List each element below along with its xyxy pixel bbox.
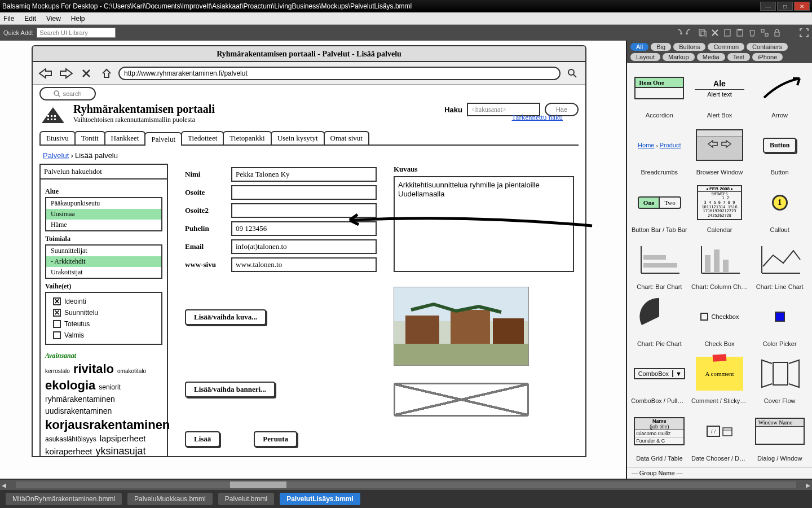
menu-file[interactable]: File bbox=[3, 15, 14, 23]
tag[interactable]: ryhmärakentaminen bbox=[45, 394, 115, 404]
clipboard-icon[interactable] bbox=[735, 28, 744, 37]
library-item[interactable]: Chart: Column Chart bbox=[691, 238, 749, 292]
library-item[interactable]: Color Picker bbox=[751, 295, 809, 349]
library-item[interactable]: Item OneAccordion bbox=[630, 67, 689, 120]
vaihe-item-2[interactable]: Toteutus bbox=[48, 319, 159, 329]
toimiala-item-2[interactable]: Urakoitsijat bbox=[46, 267, 161, 278]
checkbox-icon[interactable] bbox=[53, 331, 61, 339]
tab-omat[interactable]: Omat sivut bbox=[324, 131, 369, 144]
library-item[interactable]: Name(job title)Giacomo GuilizFounder & C… bbox=[630, 410, 689, 463]
minimize-button[interactable]: ― bbox=[760, 2, 776, 11]
library-item[interactable]: Window NameDialog / Window bbox=[751, 410, 809, 463]
checkbox-icon[interactable] bbox=[53, 320, 61, 328]
quick-add-input[interactable] bbox=[37, 28, 116, 38]
tab-usein[interactable]: Usein kysytyt bbox=[271, 131, 325, 144]
maximize-button[interactable]: □ bbox=[777, 2, 793, 11]
toimiala-item-1[interactable]: - Arkkitehdit bbox=[46, 256, 161, 267]
tab-tiedotteet[interactable]: Tiedotteet bbox=[181, 131, 224, 144]
library-item[interactable]: ButtonButton bbox=[751, 124, 809, 177]
lib-category-tab[interactable]: All bbox=[630, 43, 648, 51]
tab-tontit[interactable]: Tontit bbox=[74, 131, 105, 144]
tag[interactable]: seniorit bbox=[99, 383, 121, 392]
lib-category-tab[interactable]: Markup bbox=[663, 53, 695, 61]
osoite2-input[interactable] bbox=[231, 203, 377, 218]
puhelin-input[interactable] bbox=[231, 221, 377, 236]
checkbox-icon[interactable]: ✕ bbox=[53, 297, 61, 305]
lib-category-tab[interactable]: Big bbox=[651, 43, 671, 51]
breadcrumb-link[interactable]: Palvelut bbox=[43, 151, 69, 160]
tag[interactable]: kerrostalo bbox=[45, 367, 70, 375]
library-item[interactable]: / /Date Chooser / Dat… bbox=[691, 410, 749, 463]
library-item[interactable]: OneTwoButton Bar / Tab Bar bbox=[630, 181, 689, 235]
url-bar[interactable]: http://www.ryhmarakentaminen.fi/palvelut bbox=[118, 67, 561, 80]
scrollbar-thumb[interactable] bbox=[230, 481, 286, 488]
alue-list[interactable]: Pääkaupunkiseutu Uusimaa Häme bbox=[45, 197, 162, 231]
tag[interactable]: omakotitalo bbox=[117, 367, 146, 375]
library-item[interactable]: Chart: Pie Chart bbox=[630, 295, 689, 349]
vaihe-item-3[interactable]: Valmis bbox=[48, 330, 159, 340]
search-icon[interactable] bbox=[564, 67, 581, 80]
tab-palvelut[interactable]: Palvelut bbox=[144, 132, 182, 146]
canvas[interactable]: Ryhmärakentamisen portaali - Palvelut - … bbox=[0, 41, 626, 479]
tag[interactable]: ekologia bbox=[45, 378, 95, 394]
library-item[interactable]: ◂ FEB 2008 ▸SMTWTFS 1 23 4 5 6 7 8 91011… bbox=[691, 181, 749, 235]
lib-category-tab[interactable]: Layout bbox=[630, 53, 660, 61]
tag[interactable]: yksinasujat bbox=[95, 445, 145, 456]
toimiala-list[interactable]: Suunnittelijat - Arkkitehdit Urakoitsija… bbox=[45, 244, 162, 279]
doc-tab[interactable]: PalvelutLisäys.bmml bbox=[280, 493, 360, 505]
doc-tab[interactable]: Palvelut.bmml bbox=[218, 493, 274, 505]
stop-icon[interactable] bbox=[78, 67, 95, 80]
mockup-browser-window[interactable]: Ryhmärakentamisen portaali - Palvelut - … bbox=[32, 45, 586, 457]
library-item[interactable]: A commentComment / Sticky N… bbox=[691, 352, 749, 406]
kuvaus-textarea[interactable]: Arkkitehtisuunnittelua ryhmille ja pient… bbox=[394, 176, 574, 272]
tab-hankkeet[interactable]: Hankkeet bbox=[104, 131, 146, 144]
tag[interactable]: korjausrakentaminen bbox=[45, 417, 170, 433]
library-item[interactable]: 1Callout bbox=[751, 181, 809, 235]
back-icon[interactable] bbox=[37, 67, 54, 80]
redo-icon[interactable] bbox=[686, 28, 695, 37]
library-item[interactable]: Arrow bbox=[751, 67, 809, 120]
delete-icon[interactable] bbox=[748, 28, 757, 37]
vaihe-item-1[interactable]: ✕Suunnittelu bbox=[48, 308, 159, 318]
alue-item-2[interactable]: Häme bbox=[46, 220, 161, 230]
lib-category-tab[interactable]: iPhone bbox=[752, 53, 783, 61]
tag[interactable]: koiraperheet bbox=[45, 446, 92, 456]
submit-button[interactable]: Lisää bbox=[185, 431, 220, 447]
library-grid[interactable]: Item OneAccordionAleAlert textAlert BoxA… bbox=[627, 63, 812, 467]
www-input[interactable] bbox=[231, 257, 377, 272]
library-item[interactable]: ComboBox▼ComboBox / PullDo… bbox=[630, 352, 689, 406]
menu-view[interactable]: View bbox=[46, 15, 61, 23]
tab-etusivu[interactable]: Etusivu bbox=[39, 131, 76, 144]
lib-category-tab[interactable]: Buttons bbox=[673, 43, 705, 51]
library-item[interactable]: CheckboxCheck Box bbox=[691, 295, 749, 349]
doc-tab[interactable]: PalveluMuokkaus.bmml bbox=[127, 493, 213, 505]
library-item[interactable]: Browser Window bbox=[691, 124, 749, 177]
page-search-oval[interactable]: search bbox=[39, 87, 96, 100]
tag[interactable]: rivitalo bbox=[73, 361, 114, 378]
library-item[interactable]: Cover Flow bbox=[751, 352, 809, 406]
toimiala-item-0[interactable]: Suunnittelijat bbox=[46, 246, 161, 256]
library-item[interactable]: Chart: Line Chart bbox=[751, 238, 809, 292]
tag[interactable]: lapsiperheet bbox=[100, 433, 146, 444]
close-button[interactable]: ✕ bbox=[794, 2, 810, 11]
lib-category-tab[interactable]: Containers bbox=[747, 43, 788, 51]
alue-item-1[interactable]: Uusimaa bbox=[46, 209, 161, 220]
alue-item-0[interactable]: Pääkaupunkiseutu bbox=[46, 198, 161, 209]
lock-icon[interactable] bbox=[773, 28, 782, 37]
lib-category-tab[interactable]: Common bbox=[708, 43, 744, 51]
home-icon[interactable] bbox=[98, 67, 115, 80]
lib-category-tab[interactable]: Text bbox=[727, 53, 750, 61]
undo-icon[interactable] bbox=[673, 28, 682, 37]
tag[interactable]: asukaslähtöisyys bbox=[45, 435, 96, 444]
forward-icon[interactable] bbox=[58, 67, 74, 80]
advanced-search-link[interactable]: Tarkennettu haku bbox=[512, 113, 563, 122]
cancel-button[interactable]: Peruuta bbox=[254, 431, 297, 447]
copy-icon[interactable] bbox=[698, 28, 707, 37]
osoite-input[interactable] bbox=[231, 185, 377, 200]
nimi-input[interactable] bbox=[231, 167, 377, 182]
horizontal-scrollbar[interactable]: ◂ ▸ bbox=[0, 480, 812, 490]
vaihe-item-0[interactable]: ✕Ideointi bbox=[48, 296, 159, 306]
menu-help[interactable]: Help bbox=[71, 15, 85, 23]
library-item[interactable]: AleAlert textAlert Box bbox=[691, 67, 749, 120]
paste-icon[interactable] bbox=[723, 28, 732, 37]
